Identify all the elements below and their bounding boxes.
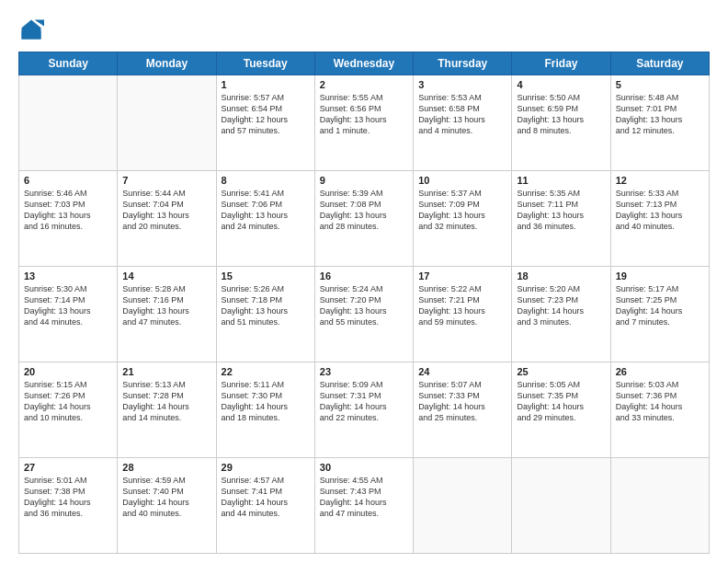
cell-details: Sunrise: 5:01 AM Sunset: 7:38 PM Dayligh… <box>24 475 112 520</box>
cell-details: Sunrise: 5:33 AM Sunset: 7:13 PM Dayligh… <box>616 188 704 233</box>
day-number: 17 <box>418 270 506 282</box>
calendar-cell: 17Sunrise: 5:22 AM Sunset: 7:21 PM Dayli… <box>414 267 512 362</box>
week-row-5: 27Sunrise: 5:01 AM Sunset: 7:38 PM Dayli… <box>19 458 710 554</box>
cell-details: Sunrise: 5:30 AM Sunset: 7:14 PM Dayligh… <box>24 283 112 328</box>
day-number: 25 <box>517 366 605 377</box>
cell-details: Sunrise: 5:44 AM Sunset: 7:04 PM Dayligh… <box>122 188 210 233</box>
calendar-cell <box>414 458 512 554</box>
calendar-cell: 29Sunrise: 4:57 AM Sunset: 7:41 PM Dayli… <box>216 458 314 554</box>
day-number: 30 <box>320 462 408 473</box>
cell-details: Sunrise: 5:22 AM Sunset: 7:21 PM Dayligh… <box>418 283 506 328</box>
cell-details: Sunrise: 5:46 AM Sunset: 7:03 PM Dayligh… <box>24 188 112 233</box>
day-number: 22 <box>222 366 310 377</box>
day-number: 5 <box>616 79 704 90</box>
day-number: 20 <box>24 366 112 377</box>
calendar-cell <box>610 458 709 554</box>
cell-details: Sunrise: 5:11 AM Sunset: 7:30 PM Dayligh… <box>222 379 310 424</box>
calendar-cell: 9Sunrise: 5:39 AM Sunset: 7:08 PM Daylig… <box>314 171 413 267</box>
day-header-friday: Friday <box>512 52 610 75</box>
cell-details: Sunrise: 4:55 AM Sunset: 7:43 PM Dayligh… <box>320 475 408 520</box>
calendar-cell: 12Sunrise: 5:33 AM Sunset: 7:13 PM Dayli… <box>610 171 709 267</box>
day-number: 9 <box>320 175 408 186</box>
header <box>18 17 710 42</box>
day-number: 28 <box>122 462 210 473</box>
cell-details: Sunrise: 5:37 AM Sunset: 7:09 PM Dayligh… <box>418 188 506 233</box>
day-number: 19 <box>616 270 704 282</box>
calendar-cell: 16Sunrise: 5:24 AM Sunset: 7:20 PM Dayli… <box>314 267 413 362</box>
cell-details: Sunrise: 4:59 AM Sunset: 7:40 PM Dayligh… <box>122 475 210 520</box>
calendar-cell: 14Sunrise: 5:28 AM Sunset: 7:16 PM Dayli… <box>118 267 216 362</box>
calendar-cell: 2Sunrise: 5:55 AM Sunset: 6:56 PM Daylig… <box>314 75 413 171</box>
day-header-tuesday: Tuesday <box>216 52 314 75</box>
cell-details: Sunrise: 5:17 AM Sunset: 7:25 PM Dayligh… <box>616 283 704 328</box>
cell-details: Sunrise: 5:57 AM Sunset: 6:54 PM Dayligh… <box>222 92 310 137</box>
calendar-cell: 27Sunrise: 5:01 AM Sunset: 7:38 PM Dayli… <box>19 458 118 554</box>
calendar-cell <box>19 75 118 171</box>
cell-details: Sunrise: 5:41 AM Sunset: 7:06 PM Dayligh… <box>222 188 310 233</box>
week-row-2: 6Sunrise: 5:46 AM Sunset: 7:03 PM Daylig… <box>19 171 710 267</box>
day-number: 14 <box>122 270 210 282</box>
cell-details: Sunrise: 5:28 AM Sunset: 7:16 PM Dayligh… <box>122 283 210 328</box>
day-header-saturday: Saturday <box>610 52 709 75</box>
week-row-3: 13Sunrise: 5:30 AM Sunset: 7:14 PM Dayli… <box>19 267 710 362</box>
calendar-cell <box>118 75 216 171</box>
calendar-cell: 30Sunrise: 4:55 AM Sunset: 7:43 PM Dayli… <box>314 458 413 554</box>
calendar-table: SundayMondayTuesdayWednesdayThursdayFrid… <box>18 52 710 554</box>
svg-rect-2 <box>22 31 41 40</box>
calendar-cell: 28Sunrise: 4:59 AM Sunset: 7:40 PM Dayli… <box>118 458 216 554</box>
calendar-cell: 10Sunrise: 5:37 AM Sunset: 7:09 PM Dayli… <box>414 171 512 267</box>
day-header-sunday: Sunday <box>19 52 118 75</box>
cell-details: Sunrise: 5:50 AM Sunset: 6:59 PM Dayligh… <box>517 92 605 137</box>
cell-details: Sunrise: 5:09 AM Sunset: 7:31 PM Dayligh… <box>320 379 408 424</box>
day-number: 23 <box>320 366 408 377</box>
day-number: 3 <box>418 79 506 90</box>
cell-details: Sunrise: 5:48 AM Sunset: 7:01 PM Dayligh… <box>616 92 704 137</box>
day-number: 27 <box>24 462 112 473</box>
day-number: 4 <box>517 79 605 90</box>
calendar-cell: 18Sunrise: 5:20 AM Sunset: 7:23 PM Dayli… <box>512 267 610 362</box>
calendar-cell: 19Sunrise: 5:17 AM Sunset: 7:25 PM Dayli… <box>610 267 709 362</box>
day-number: 10 <box>418 175 506 186</box>
cell-details: Sunrise: 5:39 AM Sunset: 7:08 PM Dayligh… <box>320 188 408 233</box>
cell-details: Sunrise: 5:07 AM Sunset: 7:33 PM Dayligh… <box>418 379 506 424</box>
cell-details: Sunrise: 5:13 AM Sunset: 7:28 PM Dayligh… <box>122 379 210 424</box>
day-number: 24 <box>418 366 506 377</box>
calendar-cell: 1Sunrise: 5:57 AM Sunset: 6:54 PM Daylig… <box>216 75 314 171</box>
day-number: 29 <box>222 462 310 473</box>
calendar-cell: 13Sunrise: 5:30 AM Sunset: 7:14 PM Dayli… <box>19 267 118 362</box>
cell-details: Sunrise: 5:05 AM Sunset: 7:35 PM Dayligh… <box>517 379 605 424</box>
calendar-cell: 25Sunrise: 5:05 AM Sunset: 7:35 PM Dayli… <box>512 362 610 458</box>
day-number: 26 <box>616 366 704 377</box>
calendar-cell: 6Sunrise: 5:46 AM Sunset: 7:03 PM Daylig… <box>19 171 118 267</box>
calendar-cell: 23Sunrise: 5:09 AM Sunset: 7:31 PM Dayli… <box>314 362 413 458</box>
day-header-thursday: Thursday <box>414 52 512 75</box>
logo-icon <box>18 17 44 42</box>
day-header-wednesday: Wednesday <box>314 52 413 75</box>
day-number: 12 <box>616 175 704 186</box>
day-number: 18 <box>517 270 605 282</box>
header-row: SundayMondayTuesdayWednesdayThursdayFrid… <box>19 52 710 75</box>
cell-details: Sunrise: 5:55 AM Sunset: 6:56 PM Dayligh… <box>320 92 408 137</box>
calendar-cell: 7Sunrise: 5:44 AM Sunset: 7:04 PM Daylig… <box>118 171 216 267</box>
day-number: 7 <box>122 175 210 186</box>
day-number: 21 <box>122 366 210 377</box>
day-number: 2 <box>320 79 408 90</box>
day-number: 11 <box>517 175 605 186</box>
logo <box>18 17 48 42</box>
calendar-cell <box>512 458 610 554</box>
day-number: 15 <box>222 270 310 282</box>
calendar-cell: 26Sunrise: 5:03 AM Sunset: 7:36 PM Dayli… <box>610 362 709 458</box>
calendar-cell: 20Sunrise: 5:15 AM Sunset: 7:26 PM Dayli… <box>19 362 118 458</box>
calendar-cell: 8Sunrise: 5:41 AM Sunset: 7:06 PM Daylig… <box>216 171 314 267</box>
week-row-4: 20Sunrise: 5:15 AM Sunset: 7:26 PM Dayli… <box>19 362 710 458</box>
calendar-cell: 22Sunrise: 5:11 AM Sunset: 7:30 PM Dayli… <box>216 362 314 458</box>
cell-details: Sunrise: 5:03 AM Sunset: 7:36 PM Dayligh… <box>616 379 704 424</box>
calendar-cell: 5Sunrise: 5:48 AM Sunset: 7:01 PM Daylig… <box>610 75 709 171</box>
day-number: 16 <box>320 270 408 282</box>
cell-details: Sunrise: 5:24 AM Sunset: 7:20 PM Dayligh… <box>320 283 408 328</box>
cell-details: Sunrise: 5:53 AM Sunset: 6:58 PM Dayligh… <box>418 92 506 137</box>
day-number: 8 <box>222 175 310 186</box>
day-number: 1 <box>222 79 310 90</box>
calendar-cell: 3Sunrise: 5:53 AM Sunset: 6:58 PM Daylig… <box>414 75 512 171</box>
cell-details: Sunrise: 4:57 AM Sunset: 7:41 PM Dayligh… <box>222 475 310 520</box>
